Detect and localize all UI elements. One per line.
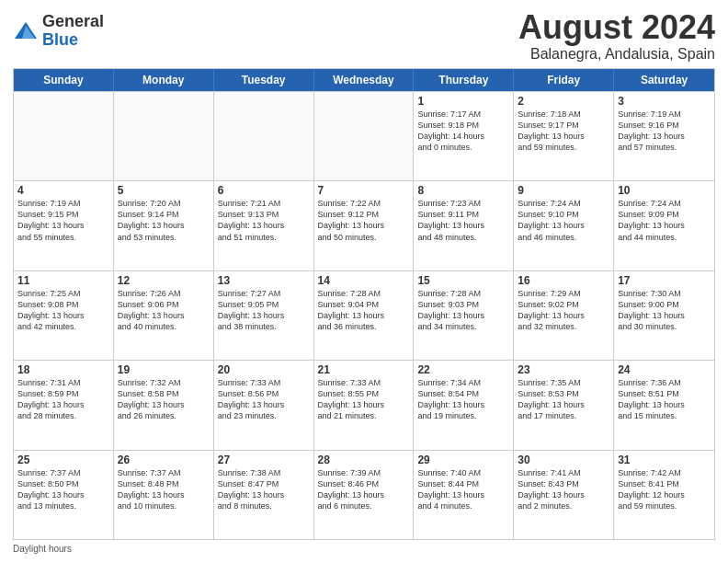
cell-info: Sunrise: 7:34 AM Sunset: 8:54 PM Dayligh… bbox=[417, 377, 509, 422]
day-number: 8 bbox=[417, 184, 509, 197]
calendar-cell bbox=[314, 92, 415, 180]
calendar-cell: 11Sunrise: 7:25 AM Sunset: 9:08 PM Dayli… bbox=[14, 271, 114, 360]
day-number: 9 bbox=[518, 184, 609, 197]
cell-info: Sunrise: 7:37 AM Sunset: 8:48 PM Dayligh… bbox=[118, 467, 210, 512]
header: General Blue August 2024 Balanegra, Anda… bbox=[13, 9, 715, 63]
main-title: August 2024 bbox=[518, 9, 715, 46]
cell-info: Sunrise: 7:17 AM Sunset: 9:18 PM Dayligh… bbox=[417, 109, 509, 154]
cell-info: Sunrise: 7:19 AM Sunset: 9:16 PM Dayligh… bbox=[618, 109, 711, 154]
day-number: 6 bbox=[218, 184, 310, 197]
page: General Blue August 2024 Balanegra, Anda… bbox=[0, 0, 728, 563]
calendar-day-header: Tuesday bbox=[214, 69, 314, 91]
cell-info: Sunrise: 7:38 AM Sunset: 8:47 PM Dayligh… bbox=[218, 467, 310, 512]
cell-info: Sunrise: 7:40 AM Sunset: 8:44 PM Dayligh… bbox=[417, 467, 509, 512]
calendar-cell: 19Sunrise: 7:32 AM Sunset: 8:58 PM Dayli… bbox=[114, 361, 214, 449]
day-number: 17 bbox=[618, 274, 711, 287]
cell-info: Sunrise: 7:20 AM Sunset: 9:14 PM Dayligh… bbox=[118, 198, 210, 243]
day-number: 15 bbox=[417, 274, 509, 287]
calendar-cell: 24Sunrise: 7:36 AM Sunset: 8:51 PM Dayli… bbox=[614, 361, 714, 449]
cell-info: Sunrise: 7:30 AM Sunset: 9:00 PM Dayligh… bbox=[618, 288, 711, 333]
calendar-cell: 28Sunrise: 7:39 AM Sunset: 8:46 PM Dayli… bbox=[314, 451, 415, 539]
calendar-cell: 3Sunrise: 7:19 AM Sunset: 9:16 PM Daylig… bbox=[614, 92, 714, 180]
calendar-cell: 5Sunrise: 7:20 AM Sunset: 9:14 PM Daylig… bbox=[114, 181, 214, 270]
cell-info: Sunrise: 7:37 AM Sunset: 8:50 PM Dayligh… bbox=[17, 467, 109, 512]
day-number: 2 bbox=[518, 95, 609, 108]
cell-info: Sunrise: 7:28 AM Sunset: 9:03 PM Dayligh… bbox=[417, 288, 509, 333]
calendar-cell: 26Sunrise: 7:37 AM Sunset: 8:48 PM Dayli… bbox=[114, 451, 214, 539]
cell-info: Sunrise: 7:33 AM Sunset: 8:56 PM Dayligh… bbox=[218, 377, 310, 422]
cell-info: Sunrise: 7:31 AM Sunset: 8:59 PM Dayligh… bbox=[17, 377, 109, 422]
calendar-row: 4Sunrise: 7:19 AM Sunset: 9:15 PM Daylig… bbox=[14, 180, 714, 270]
day-number: 19 bbox=[118, 363, 210, 376]
day-number: 13 bbox=[218, 274, 310, 287]
calendar-cell bbox=[214, 92, 314, 180]
calendar-cell: 1Sunrise: 7:17 AM Sunset: 9:18 PM Daylig… bbox=[414, 92, 514, 180]
calendar-row: 1Sunrise: 7:17 AM Sunset: 9:18 PM Daylig… bbox=[14, 91, 714, 180]
cell-info: Sunrise: 7:23 AM Sunset: 9:11 PM Dayligh… bbox=[417, 198, 509, 243]
calendar-cell: 2Sunrise: 7:18 AM Sunset: 9:17 PM Daylig… bbox=[514, 92, 614, 180]
calendar-cell: 27Sunrise: 7:38 AM Sunset: 8:47 PM Dayli… bbox=[214, 451, 314, 539]
calendar-cell: 29Sunrise: 7:40 AM Sunset: 8:44 PM Dayli… bbox=[414, 451, 514, 539]
day-number: 31 bbox=[618, 454, 711, 466]
day-number: 29 bbox=[417, 454, 509, 466]
calendar-cell: 31Sunrise: 7:42 AM Sunset: 8:41 PM Dayli… bbox=[614, 451, 714, 539]
calendar-row: 11Sunrise: 7:25 AM Sunset: 9:08 PM Dayli… bbox=[14, 270, 714, 360]
day-number: 24 bbox=[618, 363, 711, 376]
calendar-cell: 17Sunrise: 7:30 AM Sunset: 9:00 PM Dayli… bbox=[614, 271, 714, 360]
calendar-cell bbox=[14, 92, 114, 180]
cell-info: Sunrise: 7:25 AM Sunset: 9:08 PM Dayligh… bbox=[17, 288, 109, 333]
cell-info: Sunrise: 7:19 AM Sunset: 9:15 PM Dayligh… bbox=[17, 198, 109, 243]
cell-info: Sunrise: 7:39 AM Sunset: 8:46 PM Dayligh… bbox=[318, 467, 410, 512]
calendar-cell: 12Sunrise: 7:26 AM Sunset: 9:06 PM Dayli… bbox=[114, 271, 214, 360]
calendar: SundayMondayTuesdayWednesdayThursdayFrid… bbox=[13, 68, 715, 540]
day-number: 28 bbox=[318, 454, 410, 466]
day-number: 16 bbox=[518, 274, 609, 287]
day-number: 10 bbox=[618, 184, 711, 197]
logo-text: General Blue bbox=[42, 13, 104, 50]
cell-info: Sunrise: 7:22 AM Sunset: 9:12 PM Dayligh… bbox=[318, 198, 410, 243]
calendar-day-header: Monday bbox=[114, 69, 214, 91]
calendar-header: SundayMondayTuesdayWednesdayThursdayFrid… bbox=[14, 69, 714, 91]
cell-info: Sunrise: 7:26 AM Sunset: 9:06 PM Dayligh… bbox=[118, 288, 210, 333]
cell-info: Sunrise: 7:27 AM Sunset: 9:05 PM Dayligh… bbox=[218, 288, 310, 333]
calendar-cell: 16Sunrise: 7:29 AM Sunset: 9:02 PM Dayli… bbox=[514, 271, 614, 360]
day-number: 23 bbox=[518, 363, 609, 376]
calendar-cell: 6Sunrise: 7:21 AM Sunset: 9:13 PM Daylig… bbox=[214, 181, 314, 270]
calendar-cell: 10Sunrise: 7:24 AM Sunset: 9:09 PM Dayli… bbox=[614, 181, 714, 270]
calendar-row: 25Sunrise: 7:37 AM Sunset: 8:50 PM Dayli… bbox=[14, 450, 714, 539]
cell-info: Sunrise: 7:33 AM Sunset: 8:55 PM Dayligh… bbox=[318, 377, 410, 422]
cell-info: Sunrise: 7:21 AM Sunset: 9:13 PM Dayligh… bbox=[218, 198, 310, 243]
day-number: 21 bbox=[318, 363, 410, 376]
cell-info: Sunrise: 7:28 AM Sunset: 9:04 PM Dayligh… bbox=[318, 288, 410, 333]
calendar-cell: 9Sunrise: 7:24 AM Sunset: 9:10 PM Daylig… bbox=[514, 181, 614, 270]
calendar-cell: 25Sunrise: 7:37 AM Sunset: 8:50 PM Dayli… bbox=[14, 451, 114, 539]
calendar-row: 18Sunrise: 7:31 AM Sunset: 8:59 PM Dayli… bbox=[14, 360, 714, 449]
cell-info: Sunrise: 7:32 AM Sunset: 8:58 PM Dayligh… bbox=[118, 377, 210, 422]
cell-info: Sunrise: 7:18 AM Sunset: 9:17 PM Dayligh… bbox=[518, 109, 609, 154]
cell-info: Sunrise: 7:35 AM Sunset: 8:53 PM Dayligh… bbox=[518, 377, 609, 422]
day-number: 7 bbox=[318, 184, 410, 197]
calendar-day-header: Friday bbox=[514, 69, 614, 91]
cell-info: Sunrise: 7:41 AM Sunset: 8:43 PM Dayligh… bbox=[518, 467, 609, 512]
calendar-cell: 21Sunrise: 7:33 AM Sunset: 8:55 PM Dayli… bbox=[314, 361, 415, 449]
calendar-cell: 15Sunrise: 7:28 AM Sunset: 9:03 PM Dayli… bbox=[414, 271, 514, 360]
day-number: 30 bbox=[518, 454, 609, 466]
day-number: 14 bbox=[318, 274, 410, 287]
cell-info: Sunrise: 7:36 AM Sunset: 8:51 PM Dayligh… bbox=[618, 377, 711, 422]
calendar-cell: 18Sunrise: 7:31 AM Sunset: 8:59 PM Dayli… bbox=[14, 361, 114, 449]
day-number: 26 bbox=[118, 454, 210, 466]
day-number: 25 bbox=[17, 454, 109, 466]
day-number: 27 bbox=[218, 454, 310, 466]
subtitle: Balanegra, Andalusia, Spain bbox=[518, 46, 715, 63]
day-number: 3 bbox=[618, 95, 711, 108]
logo-blue: Blue bbox=[42, 31, 104, 50]
calendar-day-header: Sunday bbox=[14, 69, 114, 91]
calendar-cell: 30Sunrise: 7:41 AM Sunset: 8:43 PM Dayli… bbox=[514, 451, 614, 539]
title-block: August 2024 Balanegra, Andalusia, Spain bbox=[518, 9, 715, 63]
day-number: 18 bbox=[17, 363, 109, 376]
calendar-cell: 13Sunrise: 7:27 AM Sunset: 9:05 PM Dayli… bbox=[214, 271, 314, 360]
calendar-cell: 4Sunrise: 7:19 AM Sunset: 9:15 PM Daylig… bbox=[14, 181, 114, 270]
day-number: 20 bbox=[218, 363, 310, 376]
calendar-day-header: Thursday bbox=[414, 69, 514, 91]
calendar-day-header: Saturday bbox=[614, 69, 714, 91]
